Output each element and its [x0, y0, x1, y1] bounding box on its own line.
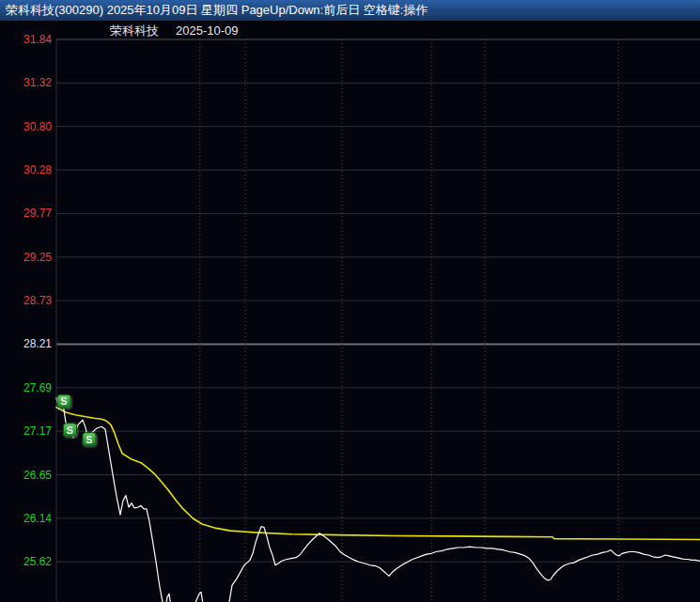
timeshare-chart[interactable]: SSS	[0, 0, 700, 602]
grid-lines	[56, 39, 700, 602]
trading-app-window: 荣科科技(300290) 2025年10月09日 星期四 PageUp/Down…	[0, 0, 700, 602]
sell-marker-letter: S	[60, 395, 67, 407]
price-line	[56, 398, 700, 602]
sell-marker-letter: S	[67, 424, 73, 436]
average_price-polyline	[56, 408, 700, 540]
sell-marker: S	[64, 424, 77, 437]
average-price-line	[56, 408, 700, 540]
sell-marker: S	[83, 433, 96, 446]
price-polyline	[56, 398, 700, 602]
sell-marker: S	[57, 394, 70, 408]
sell-marker-letter: S	[86, 434, 92, 445]
sell-signal-markers: SSS	[57, 394, 96, 445]
